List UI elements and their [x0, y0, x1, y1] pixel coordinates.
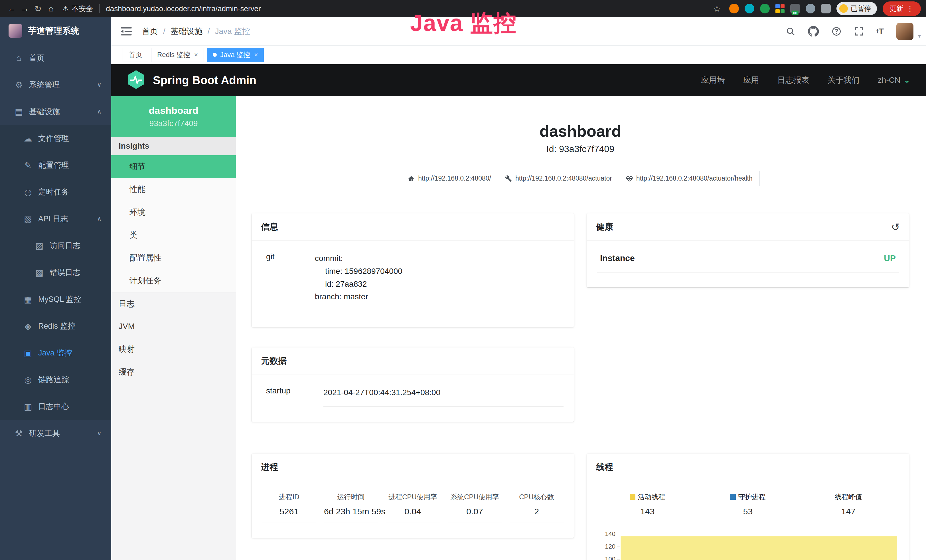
instance-header[interactable]: dashboard 93a3fc7f7409 — [111, 96, 236, 137]
extension-grid-icon[interactable] — [775, 4, 785, 13]
user-avatar[interactable]: ▾ — [896, 23, 914, 40]
info-value: commit: time: 1596289704000 id: 27aa832 … — [315, 252, 563, 312]
active-dot — [213, 53, 217, 57]
app-logo[interactable]: 芋道管理系统 — [0, 17, 111, 44]
address-bar[interactable]: dashboard.yudao.iocoder.cn/infra/admin-s… — [106, 4, 261, 13]
process-col-label: 运行时间 — [324, 492, 378, 501]
instance-links: http://192.168.0.2:48080/ http://192.168… — [252, 171, 909, 186]
caret-down-icon: ▾ — [918, 33, 921, 39]
bookmark-star-icon[interactable]: ☆ — [710, 2, 723, 15]
legend-label: 线程峰值 — [835, 492, 862, 501]
sba-nav-applications[interactable]: 应用 — [743, 75, 759, 86]
sidebar-item-dev-tools[interactable]: ⚒ 研发工具 ∨ — [0, 420, 111, 447]
sba-nav-wallboard[interactable]: 应用墙 — [701, 75, 725, 86]
sidebar-item-config-manage[interactable]: ✎ 配置管理 — [0, 152, 111, 179]
git-id-line: id: 27aa832 — [315, 278, 563, 291]
health-url-label: http://192.168.0.2:48080/actuator/health — [636, 175, 753, 182]
sidebar-item-error-log[interactable]: ▩ 错误日志 — [0, 259, 111, 286]
extension-leaf-icon[interactable] — [806, 4, 816, 14]
sidebar-item-scheduled-jobs[interactable]: ◷ 定时任务 — [0, 179, 111, 206]
sba-item-mappings[interactable]: 映射 — [111, 338, 236, 360]
extension-icon-teal[interactable] — [744, 4, 754, 14]
actuator-url-button[interactable]: http://192.168.0.2:48080/actuator — [498, 171, 619, 186]
browser-back-icon[interactable]: ← — [5, 2, 18, 15]
process-pid: 进程ID 5261 — [262, 492, 316, 523]
security-indicator[interactable]: ⚠ 不安全 — [62, 4, 93, 14]
sidebar-item-home[interactable]: ⌂ 首页 — [0, 44, 111, 71]
sidebar-item-trace[interactable]: ◎ 链路追踪 — [0, 366, 111, 393]
breadcrumb-infrastructure[interactable]: 基础设施 — [171, 26, 203, 37]
error-log-icon: ▩ — [33, 268, 45, 278]
chevron-down-icon: ⌄ — [904, 76, 910, 85]
info-card-title: 信息 — [261, 221, 278, 233]
health-url-button[interactable]: http://192.168.0.2:48080/actuator/health — [619, 171, 760, 186]
process-col-value: 0.07 — [448, 507, 502, 516]
top-header: 首页 / 基础设施 / Java 监控 — [111, 17, 926, 45]
sba-nav-about[interactable]: 关于我们 — [828, 75, 859, 86]
help-icon[interactable] — [831, 26, 841, 36]
sidebar-item-file-manage[interactable]: ☁ 文件管理 — [0, 125, 111, 152]
sba-item-environment[interactable]: 环境 — [111, 201, 236, 224]
health-card-title: 健康 — [596, 221, 613, 233]
breadcrumb-home[interactable]: 首页 — [142, 26, 158, 37]
sidebar-item-java-monitor[interactable]: ▣ Java 监控 — [0, 339, 111, 366]
browser-home-icon[interactable]: ⌂ — [44, 2, 57, 15]
search-icon[interactable] — [786, 27, 795, 36]
wrench-icon — [505, 175, 512, 182]
java-monitor-icon: ▣ — [22, 348, 34, 358]
sba-item-config-props[interactable]: 配置属性 — [111, 247, 236, 269]
browser-forward-icon[interactable]: → — [18, 2, 31, 15]
threads-card: 线程 活动线程 143 — [587, 454, 909, 560]
logo-avatar — [9, 24, 22, 38]
legend-value: 143 — [597, 507, 698, 516]
close-icon[interactable]: × — [194, 51, 198, 59]
process-col-label: 进程CPU使用率 — [386, 492, 440, 501]
tab-java-monitor[interactable]: Java 监控 × — [207, 48, 264, 62]
breadcrumb: 首页 / 基础设施 / Java 监控 — [142, 26, 250, 37]
history-icon[interactable]: ↺ — [891, 222, 900, 232]
sidebar-item-label: 访问日志 — [50, 241, 80, 251]
sidebar-item-access-log[interactable]: ▨ 访问日志 — [0, 232, 111, 259]
sba-language-select[interactable]: zh-CN ⌄ — [878, 76, 910, 85]
y-tick: 100 — [605, 555, 616, 560]
sidebar-item-label: MySQL 监控 — [38, 294, 81, 304]
sidebar-collapse-icon[interactable] — [121, 27, 132, 36]
profile-paused-badge[interactable]: 已暂停 — [837, 2, 877, 15]
sba-item-jvm[interactable]: JVM — [111, 315, 236, 338]
extension-on-icon[interactable]: on — [790, 4, 800, 14]
fullscreen-icon[interactable] — [854, 27, 864, 36]
sidebar-item-label: 研发工具 — [29, 428, 60, 439]
app-shell: 芋道管理系统 ⌂ 首页 ⚙ 系统管理 ∨ ▤ 基础设施 ∧ ☁ 文件管理 ✎ 配… — [0, 17, 926, 560]
legend-value: 147 — [798, 507, 899, 516]
sba-item-loggers[interactable]: 日志 — [111, 292, 236, 315]
sba-item-details[interactable]: 细节 — [111, 155, 236, 178]
extension-icon-orange[interactable] — [729, 4, 739, 14]
extensions-puzzle-icon[interactable] — [821, 4, 831, 14]
tab-home[interactable]: 首页 — [123, 48, 148, 62]
sba-item-scheduled-tasks[interactable]: 计划任务 — [111, 269, 236, 292]
sidebar-item-api-log[interactable]: ▧ API 日志 ∧ — [0, 206, 111, 232]
sba-nav-journal[interactable]: 日志报表 — [778, 75, 809, 86]
extension-icon-green[interactable] — [760, 4, 770, 14]
sidebar-item-infrastructure[interactable]: ▤ 基础设施 ∧ — [0, 98, 111, 125]
app-sidebar: 芋道管理系统 ⌂ 首页 ⚙ 系统管理 ∨ ▤ 基础设施 ∧ ☁ 文件管理 ✎ 配… — [0, 17, 111, 560]
sba-item-classes[interactable]: 类 — [111, 224, 236, 247]
sba-item-caches[interactable]: 缓存 — [111, 360, 236, 383]
sidebar-item-redis-monitor[interactable]: ◈ Redis 监控 — [0, 313, 111, 339]
sidebar-item-label: 定时任务 — [38, 187, 69, 197]
sba-item-metrics[interactable]: 性能 — [111, 178, 236, 201]
sidebar-item-label: 文件管理 — [38, 133, 69, 144]
browser-refresh-icon[interactable]: ↻ — [31, 2, 44, 15]
service-url-button[interactable]: http://192.168.0.2:48080/ — [401, 171, 498, 186]
system-cpu-usage: 系统CPU使用率 0.07 — [448, 492, 502, 523]
font-size-icon[interactable]: tT — [876, 27, 884, 36]
sidebar-item-log-center[interactable]: ▥ 日志中心 — [0, 393, 111, 420]
sidebar-item-mysql-monitor[interactable]: ▦ MySQL 监控 — [0, 286, 111, 313]
timer-icon: ◷ — [22, 187, 34, 197]
close-icon[interactable]: × — [254, 51, 258, 59]
tab-redis-monitor[interactable]: Redis 监控 × — [151, 48, 204, 62]
github-icon[interactable] — [808, 26, 819, 37]
chevron-up-icon: ∧ — [97, 215, 101, 222]
browser-update-button[interactable]: 更新 ⋮ — [883, 2, 921, 16]
sidebar-item-system-manage[interactable]: ⚙ 系统管理 ∨ — [0, 71, 111, 98]
